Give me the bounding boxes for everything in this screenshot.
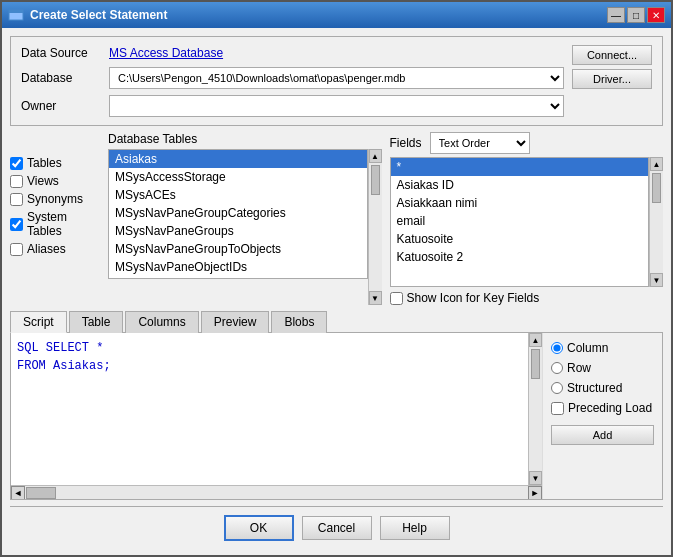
tab-content: SQL SELECT * FROM Asiakas; ▲ ▼ ◄ bbox=[10, 333, 663, 500]
views-checkbox-row[interactable]: Views bbox=[10, 174, 100, 188]
hscroll-right-icon[interactable]: ► bbox=[528, 486, 542, 499]
scroll-up-icon[interactable]: ▲ bbox=[369, 149, 382, 163]
fields-scroll-up-icon[interactable]: ▲ bbox=[650, 157, 663, 171]
driver-button[interactable]: Driver... bbox=[572, 69, 652, 89]
db-tables-panel: Database Tables AsiakasMSysAccessStorage… bbox=[108, 132, 382, 305]
db-tables-container: AsiakasMSysAccessStorageMSysACEsMSysNavP… bbox=[108, 149, 382, 305]
db-tables-header: Database Tables bbox=[108, 132, 382, 146]
table-row[interactable]: MSysNavPaneGroupCategories bbox=[109, 204, 367, 222]
connection-section: Data Source MS Access Database Connect..… bbox=[10, 36, 663, 126]
script-main: SQL SELECT * FROM Asiakas; ▲ ▼ bbox=[11, 333, 542, 485]
preceding-load-checkbox[interactable] bbox=[551, 402, 564, 415]
list-item[interactable]: * bbox=[391, 158, 649, 176]
dialog-window: Create Select Statement — □ ✕ Data Sourc… bbox=[0, 0, 673, 557]
cancel-button[interactable]: Cancel bbox=[302, 516, 372, 540]
aliases-checkbox[interactable] bbox=[10, 243, 23, 256]
fields-order-select[interactable]: Text Order Original Order bbox=[430, 132, 530, 154]
table-row[interactable]: MSysACEs bbox=[109, 186, 367, 204]
synonyms-checkbox[interactable] bbox=[10, 193, 23, 206]
list-item[interactable]: Asiakkaan nimi bbox=[391, 194, 649, 212]
views-checkbox-label: Views bbox=[27, 174, 59, 188]
aliases-checkbox-row[interactable]: Aliases bbox=[10, 242, 100, 256]
close-button[interactable]: ✕ bbox=[647, 7, 665, 23]
script-text[interactable]: SQL SELECT * FROM Asiakas; bbox=[11, 333, 528, 381]
title-text: Create Select Statement bbox=[30, 8, 601, 22]
system-tables-checkbox[interactable] bbox=[10, 218, 23, 231]
script-hscroll[interactable]: ◄ ► bbox=[11, 485, 542, 499]
tables-checkbox-row[interactable]: Tables bbox=[10, 156, 100, 170]
hscroll-left-icon[interactable]: ◄ bbox=[11, 486, 25, 499]
fields-scrollbar[interactable]: ▲ ▼ bbox=[649, 157, 663, 287]
tables-section: Tables Views Synonyms System Tables Alia… bbox=[10, 132, 663, 305]
window-controls: — □ ✕ bbox=[607, 7, 665, 23]
list-item[interactable]: Katuosoite bbox=[391, 230, 649, 248]
owner-label: Owner bbox=[21, 99, 101, 113]
fields-scroll-down-icon[interactable]: ▼ bbox=[650, 273, 663, 287]
scroll-track bbox=[369, 163, 382, 291]
list-item[interactable]: Asiakas ID bbox=[391, 176, 649, 194]
table-row[interactable]: MSysNavPaneObjectIDs bbox=[109, 258, 367, 276]
owner-select[interactable] bbox=[109, 95, 564, 117]
fields-scroll-thumb[interactable] bbox=[652, 173, 661, 203]
preceding-load-row[interactable]: Preceding Load bbox=[551, 401, 654, 415]
preceding-load-label: Preceding Load bbox=[568, 401, 652, 415]
script-scroll-thumb[interactable] bbox=[531, 349, 540, 379]
svg-rect-1 bbox=[9, 10, 23, 13]
table-row[interactable]: Asiakas bbox=[109, 150, 367, 168]
scroll-down-icon[interactable]: ▼ bbox=[369, 291, 382, 305]
script-scroll-track bbox=[529, 347, 542, 471]
list-item[interactable]: email bbox=[391, 212, 649, 230]
fields-list[interactable]: *Asiakas IDAsiakkaan nimiemailKatuosoite… bbox=[390, 157, 650, 287]
fields-header: Fields Text Order Original Order bbox=[390, 132, 664, 154]
structured-radio-row[interactable]: Structured bbox=[551, 381, 654, 395]
hscroll-thumb[interactable] bbox=[26, 487, 56, 499]
tab-table[interactable]: Table bbox=[69, 311, 124, 333]
system-tables-checkbox-label: System Tables bbox=[27, 210, 100, 238]
table-row[interactable]: MSysAccessStorage bbox=[109, 168, 367, 186]
views-checkbox[interactable] bbox=[10, 175, 23, 188]
db-tables-scrollbar[interactable]: ▲ ▼ bbox=[368, 149, 382, 305]
minimize-button[interactable]: — bbox=[607, 7, 625, 23]
show-icon-row[interactable]: Show Icon for Key Fields bbox=[390, 291, 664, 305]
structured-radio-label: Structured bbox=[567, 381, 622, 395]
right-options: Column Row Structured Preceding Load A bbox=[542, 333, 662, 499]
show-icon-label: Show Icon for Key Fields bbox=[407, 291, 540, 305]
column-radio[interactable] bbox=[551, 342, 563, 354]
list-item[interactable]: Katuosoite 2 bbox=[391, 248, 649, 266]
column-radio-label: Column bbox=[567, 341, 608, 355]
tab-blobs[interactable]: Blobs bbox=[271, 311, 327, 333]
maximize-button[interactable]: □ bbox=[627, 7, 645, 23]
structured-radio[interactable] bbox=[551, 382, 563, 394]
connection-buttons: Connect... Driver... bbox=[572, 45, 652, 89]
row-radio-row[interactable]: Row bbox=[551, 361, 654, 375]
tab-preview[interactable]: Preview bbox=[201, 311, 270, 333]
tab-script[interactable]: Script bbox=[10, 311, 67, 333]
synonyms-checkbox-row[interactable]: Synonyms bbox=[10, 192, 100, 206]
table-row[interactable]: MSysNavPaneGroupToObjects bbox=[109, 240, 367, 258]
script-scroll-up[interactable]: ▲ bbox=[529, 333, 542, 347]
tables-checkbox-label: Tables bbox=[27, 156, 62, 170]
tab-bar: ScriptTableColumnsPreviewBlobs bbox=[10, 311, 663, 333]
row-radio[interactable] bbox=[551, 362, 563, 374]
script-vscroll[interactable]: ▲ ▼ bbox=[528, 333, 542, 485]
table-row[interactable]: MSysNavPaneGroups bbox=[109, 222, 367, 240]
title-bar: Create Select Statement — □ ✕ bbox=[2, 2, 671, 28]
db-tables-list[interactable]: AsiakasMSysAccessStorageMSysACEsMSysNavP… bbox=[108, 149, 368, 279]
tab-columns[interactable]: Columns bbox=[125, 311, 198, 333]
scroll-thumb[interactable] bbox=[371, 165, 380, 195]
owner-field[interactable] bbox=[109, 95, 564, 117]
database-select[interactable]: C:\Users\Pengon_4510\Downloads\omat\opas… bbox=[109, 67, 564, 89]
ok-button[interactable]: OK bbox=[224, 515, 294, 541]
column-radio-row[interactable]: Column bbox=[551, 341, 654, 355]
add-button[interactable]: Add bbox=[551, 425, 654, 445]
connect-button[interactable]: Connect... bbox=[572, 45, 652, 65]
tables-checkbox[interactable] bbox=[10, 157, 23, 170]
script-outer: SQL SELECT * FROM Asiakas; ▲ ▼ ◄ bbox=[11, 333, 542, 499]
script-scroll-down[interactable]: ▼ bbox=[529, 471, 542, 485]
database-field[interactable]: C:\Users\Pengon_4510\Downloads\omat\opas… bbox=[109, 67, 564, 89]
help-button[interactable]: Help bbox=[380, 516, 450, 540]
show-icon-checkbox[interactable] bbox=[390, 292, 403, 305]
system-tables-checkbox-row[interactable]: System Tables bbox=[10, 210, 100, 238]
window-icon bbox=[8, 7, 24, 23]
fields-label: Fields bbox=[390, 136, 422, 150]
